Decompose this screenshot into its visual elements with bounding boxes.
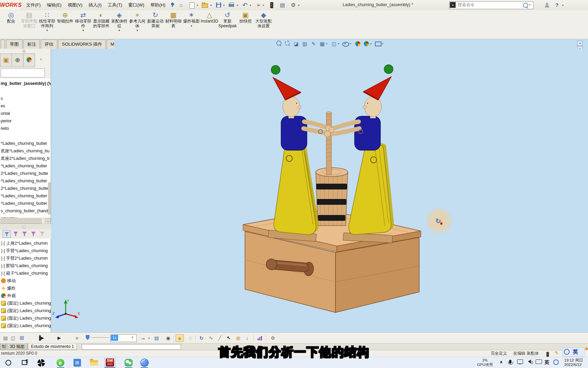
task-view-icon[interactable] [22,360,27,365]
search-mode-icon[interactable]: » [450,2,456,8]
motion-tree-node[interactable]: ) [ 箱子^Ladies_churning [0,270,51,277]
zoom-to-fit-icon[interactable] [275,40,282,48]
tree-node[interactable]: ^Ladies_churning_butter [0,177,51,185]
print-icon[interactable] [227,1,235,9]
view-settings-icon[interactable] [374,40,382,49]
tree-node[interactable] [0,132,51,140]
motion-study-properties-button[interactable]: ⚙ [269,334,277,342]
commandmanager-tab[interactable]: 评估 [41,40,57,49]
smart-fasteners-button[interactable]: ⊕ 智能扣件 [56,11,74,38]
spring-button[interactable]: ∿ [207,334,215,342]
edit-appearance-ball-icon[interactable] [363,40,370,49]
tree-horizontal-scrollbar[interactable]: › [0,218,51,224]
take-snapshot-button[interactable]: ▣ 拍快照 [236,11,255,38]
tree-node[interactable]: 2^Ladies_churning_butte [0,170,51,177]
dynamic-annotation-icon[interactable]: ▥ [301,40,309,48]
motionmanager-icon[interactable]: ▤ [1,334,10,342]
settings-gear-icon[interactable]: ⚙ [289,1,297,9]
new-document-icon[interactable] [188,1,196,9]
speed-dropdown-icon[interactable]: ▾ [132,336,133,339]
animation-wizard-button[interactable]: ◉ [164,334,172,342]
view-orientation-icon[interactable]: ▦ [318,40,326,48]
component-preview-button[interactable]: ▤ 零部件预览窗口 [20,11,38,38]
cortana-icon[interactable] [5,360,11,366]
collapse-left-icon[interactable]: ◂ [577,41,583,46]
play-button[interactable]: ▶ [55,334,63,342]
section-view-icon[interactable]: ◪ [292,40,300,48]
save-icon[interactable] [214,1,223,9]
pinwheel-app-icon[interactable] [37,359,45,367]
filter-selected-button[interactable] [29,230,37,238]
hidden-icons-caret[interactable]: ∧ [500,359,503,364]
motion-tree-node[interactable]: ) [ 胶辊^Ladies_churning [0,262,51,270]
panel-splitter[interactable] [0,224,51,230]
update-speedpak-button[interactable]: ↺ 更新 Speedpak [218,11,236,38]
results-button[interactable] [256,334,264,342]
filter-results-button[interactable] [38,230,46,238]
exploded-view-button[interactable]: ✶ 爆炸视图 ▾ [182,11,200,38]
assembly-root-node[interactable]: ing_butter_(assembly) (V [0,80,51,87]
tree-node[interactable]: s [0,95,51,102]
new-motion-study-button[interactable]: ↻ 新建运动算例 [146,11,164,38]
apply-scene-icon[interactable] [354,40,361,49]
tab-stub[interactable] [1,40,5,49]
tree-node[interactable]: 底座2^Ladies_churning_b [0,155,51,162]
menu-item[interactable]: 插入(I) [85,0,104,10]
select-cursor-icon[interactable]: ➢ [255,1,263,9]
mate-button[interactable]: ◎ 配合 [2,11,20,38]
stop-button[interactable]: ■ [73,334,81,342]
menu-item[interactable]: 文件(F) [23,0,44,10]
reference-geometry-button[interactable]: ⌖ 参考几何体 ▾ [128,11,146,38]
motion-tree-node[interactable]: (固定) Ladies_churning_ [0,300,51,307]
timeline-marker[interactable] [86,335,89,340]
motion-tree-node[interactable]: (固定) Ladies_churning_ [0,322,51,329]
panel-expand-icon[interactable]: › [40,56,42,62]
tree-node[interactable]: ^Ladies_churning_butter [0,140,51,147]
tree-node[interactable]: ^Ladies_churning_butter [0,192,51,200]
motion-tree-node[interactable]: (固定) Ladies_churning_ [0,307,51,315]
playback-mode-button[interactable]: → [139,334,147,342]
display-style-icon[interactable]: ◫ [330,40,338,48]
filter-animated-button[interactable] [12,230,20,238]
tree-node[interactable]: 2^Ladies_churning_butte [0,185,51,192]
motion-tree-node[interactable]: 外观 [0,292,51,300]
filter-all-button[interactable] [3,230,11,238]
filter-driving-button[interactable] [20,230,29,238]
assembly-features-button[interactable]: ◈ 装配体特征 ▾ [110,11,128,38]
force-button[interactable]: ↖ [225,334,233,342]
microphone-tray-icon[interactable] [509,359,511,365]
motion-tree-node[interactable]: ) [ 手臂^Ladies_churning [0,247,51,255]
tree-node[interactable]: s_churning_butter_(hand_ [0,207,51,215]
tab-appearances[interactable] [23,53,35,67]
tree-node[interactable]: ontal [0,110,51,117]
menu-item[interactable]: 工具(T) [105,0,126,10]
motion-tree-node[interactable]: 爆炸 [0,285,51,292]
commandmanager-tab[interactable]: 草图 [6,40,22,49]
bom-button[interactable]: ▦ 材料明细表 [164,11,182,38]
calculate-button[interactable]: ⊞ [18,334,26,342]
linear-pattern-button[interactable]: ∷ 线性零部件阵列 ▾ [38,11,56,38]
menu-item[interactable]: 视图(V) [65,0,85,10]
home-icon[interactable]: ⌂ [177,1,185,9]
motion-tree-node[interactable]: (固定) Ladies_churning_ [0,315,51,322]
tree-node[interactable]: perior [0,117,51,125]
add-key-button[interactable]: ◇ [186,334,195,342]
help-dropdown-icon[interactable]: ▾ [562,4,564,7]
motion-tree-node[interactable]: 移动 [0,277,51,285]
hide-show-items-icon[interactable] [342,40,349,49]
ifly-tray-icon[interactable] [553,359,559,366]
motion-tree-node[interactable]: ) [ 上身2^Ladies_churnin [0,240,51,247]
zoom-to-area-icon[interactable] [284,40,291,48]
commandmanager-tab[interactable]: SOLIDWORKS 插件 [58,40,106,49]
keyboard-tray-icon[interactable] [536,359,542,365]
show-hidden-components-button[interactable]: ◐ 显示隐藏的零部件 [92,11,110,38]
pin-icon[interactable] [170,2,175,7]
options-list-icon[interactable]: ▤ [278,1,287,9]
graphics-viewport[interactable]: ↻ Y X Z [51,49,588,332]
edit-appearance-pencil-icon[interactable]: ✎ [310,40,317,48]
motion-tree-node[interactable]: ) [ 手臂2^Ladies_churnin [0,255,51,262]
motor-button[interactable]: ↻ [197,334,206,342]
scrollbar-right-arrow[interactable]: › [45,218,51,224]
command-search-box[interactable]: » 搜索命令 ▾ [449,1,534,9]
play-from-start-button[interactable]: ▐▶ [37,334,45,342]
